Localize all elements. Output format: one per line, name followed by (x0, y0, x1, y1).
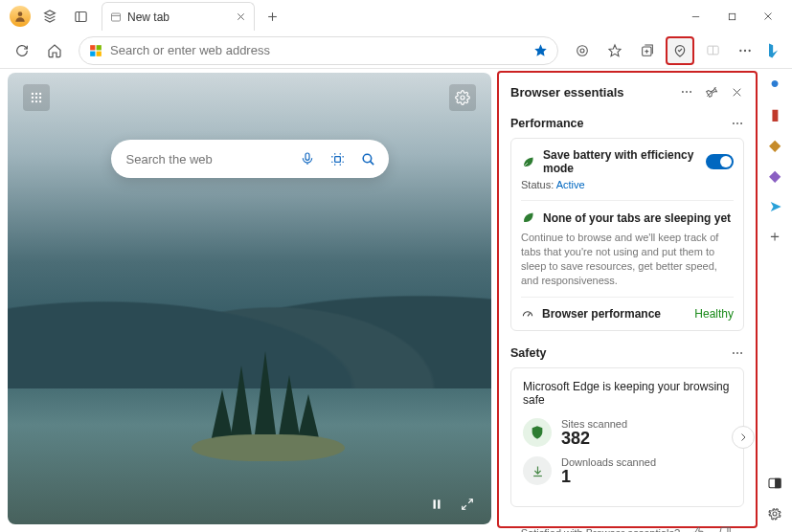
rail-send-icon[interactable]: ➤ (764, 195, 785, 216)
sites-scanned-value: 382 (561, 430, 627, 447)
rail-notification-icon[interactable]: ● (764, 73, 785, 94)
svg-line-45 (468, 499, 472, 503)
downloads-scanned-value: 1 (561, 468, 656, 485)
feedback-label: Satisfied with Browser essentials? (521, 527, 680, 532)
split-screen-icon[interactable] (698, 36, 727, 65)
tab-title: New tab (127, 11, 170, 24)
performance-more-icon[interactable] (731, 117, 744, 130)
toolbar (0, 33, 792, 69)
svg-point-55 (740, 122, 742, 124)
minimize-button[interactable] (677, 3, 713, 30)
downloads-scanned-row: Downloads scanned 1 (523, 456, 732, 485)
vertical-tabs-icon[interactable] (67, 3, 94, 30)
rail-tools-icon[interactable]: ◆ (764, 134, 785, 155)
feedback-row: Satisfied with Browser essentials? (499, 517, 756, 532)
tab-close-icon[interactable] (236, 11, 246, 22)
expand-wallpaper-icon[interactable] (457, 494, 478, 515)
download-icon (523, 456, 552, 485)
rail-toggle-icon[interactable] (764, 473, 785, 494)
address-bar[interactable] (79, 36, 558, 65)
safety-more-icon[interactable] (731, 346, 744, 360)
svg-point-28 (749, 49, 751, 51)
svg-point-32 (32, 97, 34, 99)
safety-heading: Safety (510, 346, 547, 360)
rail-settings-icon[interactable] (764, 503, 785, 524)
rail-games-icon[interactable]: ◆ (764, 165, 785, 186)
browser-essentials-button[interactable] (666, 36, 694, 65)
svg-point-48 (686, 91, 688, 93)
panel-pin-icon[interactable] (702, 82, 721, 101)
refresh-button[interactable] (8, 36, 36, 65)
panel-more-icon[interactable] (677, 82, 696, 101)
browser-tab[interactable]: New tab (102, 2, 255, 31)
svg-point-36 (35, 100, 37, 102)
new-tab-button[interactable] (259, 3, 285, 30)
svg-rect-16 (97, 51, 102, 55)
maximize-button[interactable] (713, 3, 750, 30)
sleep-tabs-title: None of your tabs are sleeping yet (543, 211, 731, 225)
svg-rect-43 (434, 499, 436, 508)
address-input[interactable] (110, 43, 526, 57)
svg-line-56 (528, 314, 530, 317)
svg-rect-10 (729, 13, 735, 19)
performance-heading: Performance (510, 117, 583, 130)
more-menu-icon[interactable] (731, 36, 759, 65)
performance-card: Save battery with efficiency mode Status… (510, 138, 744, 331)
profile-avatar[interactable] (10, 6, 31, 27)
safety-card: Microsoft Edge is keeping your browsing … (510, 367, 744, 507)
image-search-icon[interactable] (328, 146, 349, 171)
svg-rect-40 (335, 156, 341, 162)
bing-chat-icon[interactable] (763, 40, 784, 61)
workspaces-icon[interactable] (36, 3, 63, 30)
favorite-star-icon[interactable] (533, 43, 548, 57)
search-icon[interactable] (358, 146, 379, 171)
safety-details-chevron-icon[interactable] (732, 426, 755, 449)
thumbs-up-icon[interactable] (690, 524, 707, 532)
home-button[interactable] (40, 36, 69, 65)
leaf-icon (521, 155, 535, 169)
svg-line-42 (371, 161, 374, 165)
extensions-icon[interactable] (568, 36, 597, 65)
svg-point-47 (682, 91, 684, 93)
svg-point-64 (773, 512, 777, 516)
svg-point-26 (739, 49, 741, 51)
voice-search-icon[interactable] (297, 146, 318, 171)
address-actions (533, 43, 548, 57)
content-area: Browser essentials Performance Save batt… (0, 69, 758, 532)
safety-section: Safety Microsoft Edge is keeping your br… (499, 341, 756, 517)
svg-line-46 (463, 505, 466, 509)
svg-point-38 (461, 96, 464, 100)
rail-shopping-icon[interactable]: ▮ (764, 103, 785, 124)
sleep-tabs-body: Continue to browse and we'll keep track … (521, 231, 734, 287)
web-search-box[interactable] (111, 140, 389, 178)
sleep-leaf-icon (521, 211, 535, 225)
app-launcher-icon[interactable] (23, 84, 50, 111)
tab-page-icon (110, 11, 122, 23)
pause-wallpaper-icon[interactable] (426, 494, 447, 515)
rail-add-icon[interactable]: ＋ (764, 226, 785, 247)
svg-rect-15 (90, 51, 95, 55)
close-window-button[interactable] (750, 3, 786, 30)
shield-icon (523, 418, 552, 447)
thumbs-down-icon[interactable] (716, 524, 734, 532)
svg-point-58 (736, 352, 738, 354)
collections-icon[interactable] (633, 36, 662, 65)
browser-performance-label: Browser performance (542, 307, 661, 321)
safety-headline: Microsoft Edge is keeping your browsing … (523, 380, 732, 407)
svg-point-19 (580, 49, 584, 53)
panel-close-icon[interactable] (727, 82, 746, 101)
svg-point-30 (35, 93, 37, 95)
web-search-input[interactable] (126, 152, 287, 166)
page-settings-icon[interactable] (449, 84, 476, 111)
sites-scanned-row: Sites scanned 382 (523, 418, 732, 447)
efficiency-toggle[interactable] (706, 154, 734, 169)
svg-rect-39 (305, 153, 309, 160)
svg-point-35 (32, 100, 34, 102)
panel-title: Browser essentials (510, 85, 624, 100)
performance-section: Performance Save battery with efficiency… (499, 111, 756, 341)
title-bar: New tab (0, 0, 792, 33)
svg-marker-20 (609, 45, 621, 56)
favorites-icon[interactable] (600, 36, 629, 65)
svg-point-33 (35, 97, 37, 99)
svg-rect-44 (438, 499, 440, 508)
